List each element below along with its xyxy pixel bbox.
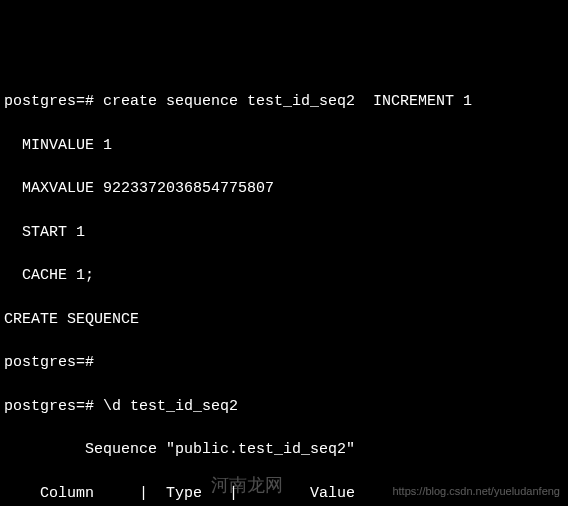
command-text: create sequence test_id_seq2 INCREMENT 1	[103, 93, 472, 110]
terminal-line: postgres=# \d test_id_seq2	[4, 396, 564, 418]
terminal-line: MAXVALUE 9223372036854775807	[4, 178, 564, 200]
terminal-line: START 1	[4, 222, 564, 244]
terminal-line: MINVALUE 1	[4, 135, 564, 157]
prompt: postgres=#	[4, 93, 94, 110]
prompt: postgres=#	[4, 354, 94, 371]
response-line: CREATE SEQUENCE	[4, 309, 564, 331]
prompt: postgres=#	[4, 398, 94, 415]
terminal-line: CACHE 1;	[4, 265, 564, 287]
command-text: \d test_id_seq2	[103, 398, 238, 415]
watermark-url: https://blog.csdn.net/yueludanfeng	[392, 484, 560, 500]
terminal-line: postgres=#	[4, 352, 564, 374]
terminal-line: postgres=# create sequence test_id_seq2 …	[4, 91, 564, 113]
sequence-title: Sequence "public.test_id_seq2"	[4, 439, 564, 461]
watermark-cn: 河南龙网	[211, 472, 283, 498]
